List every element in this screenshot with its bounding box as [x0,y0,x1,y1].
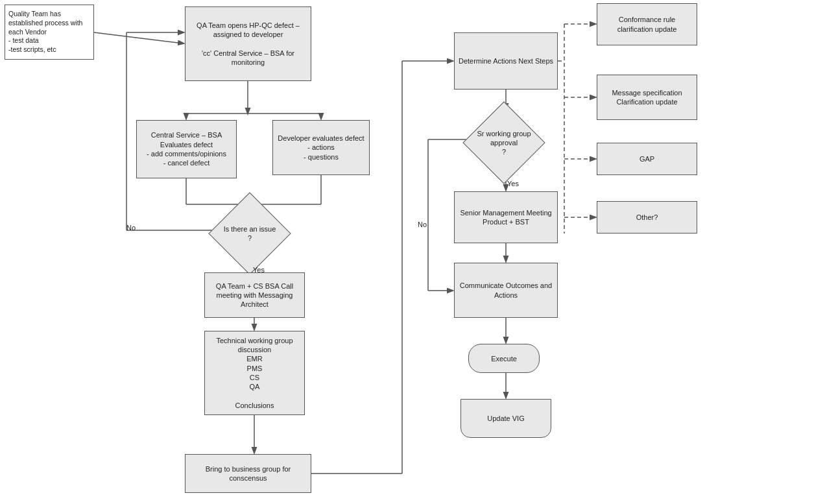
conformance-rule-box: Conformance rule clarification update [597,3,697,45]
sr-working-group-text: Sr working group approval? [468,129,540,157]
issue-diamond-wrapper: Is there an issue? [214,198,285,269]
quality-team-text: Quality Team has established process wit… [8,10,90,54]
no-label-sr: No [418,221,427,228]
central-service-bsa-text: Central Service – BSA Evaluates defect -… [140,130,233,167]
qa-cs-bsa-text: QA Team + CS BSA Call meeting with Messa… [208,282,301,309]
bring-business-text: Bring to business group for conscensus [189,464,307,483]
technical-working-box: Technical working group discussion EMR P… [204,331,305,415]
sr-working-group-wrapper: Sr working group approval? [468,107,540,178]
other-text: Other? [636,213,658,222]
message-spec-text: Message specification Clarification upda… [601,88,693,107]
senior-management-text: Senior Management MeetingProduct + BST [460,208,551,227]
other-box: Other? [597,201,697,234]
developer-evaluates-text: Developer evaluates defect - actions - q… [278,134,364,162]
svg-line-0 [94,32,184,43]
execute-box: Execute [468,344,540,373]
issue-diamond-text: Is there an issue? [224,224,276,243]
no-label-issue: No [126,224,136,232]
diagram-container: Quality Team has established process wit… [0,0,825,504]
developer-evaluates-box: Developer evaluates defect - actions - q… [272,120,370,175]
gap-text: GAP [640,154,654,163]
message-spec-box: Message specification Clarification upda… [597,75,697,120]
quality-team-box: Quality Team has established process wit… [5,5,94,60]
communicate-outcomes-text: Communicate Outcomes and Actions [458,281,554,300]
yes-label-sr: Yes [507,180,519,187]
determine-actions-text: Determine Actions Next Steps [459,56,553,66]
communicate-outcomes-box: Communicate Outcomes and Actions [454,263,558,318]
gap-box: GAP [597,143,697,175]
update-vig-box: Update VIG [460,399,551,438]
update-vig-text: Update VIG [487,414,524,422]
central-service-bsa-box: Central Service – BSA Evaluates defect -… [136,120,237,178]
bring-business-box: Bring to business group for conscensus [185,454,311,493]
determine-actions-box: Determine Actions Next Steps [454,32,558,90]
senior-management-box: Senior Management MeetingProduct + BST [454,191,558,243]
qa-cs-bsa-box: QA Team + CS BSA Call meeting with Messa… [204,272,305,318]
conformance-rule-text: Conformance rule clarification update [601,15,693,34]
technical-working-text: Technical working group discussion EMR P… [208,336,301,410]
qa-opens-defect-box: QA Team opens HP-QC defect – assigned to… [185,6,311,81]
arrows-svg [0,0,825,504]
qa-opens-defect-text: QA Team opens HP-QC defect – assigned to… [189,21,307,67]
execute-text: Execute [491,355,517,363]
